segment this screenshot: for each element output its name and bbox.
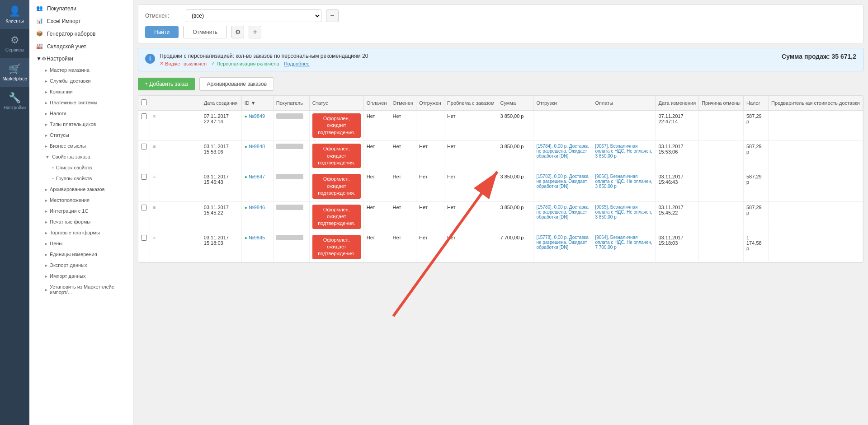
row-checkbox-4[interactable] (141, 235, 147, 241)
row-shipments-1: [15784], 0,00 р. Доставка не разрешена. … (533, 141, 592, 171)
status-badge-4: Оформлен, ожидает подтверждения. (312, 235, 361, 259)
order-link-3[interactable]: №9846 (249, 205, 265, 210)
status-dot-1: ● (245, 144, 247, 149)
row-shipped-4: Нет (416, 232, 444, 262)
nav-item-prices[interactable]: ▸ Цены (29, 238, 133, 249)
find-button[interactable]: Найти (145, 26, 179, 38)
nav-label-statuses: Статусы (50, 132, 69, 138)
nav-item-units[interactable]: ▸ Единицы измерения (29, 249, 133, 260)
row-checkbox-2[interactable] (141, 174, 147, 180)
nav-item-business[interactable]: ▸ Бизнес смыслы (29, 140, 133, 151)
row-checkbox-0[interactable] (141, 113, 147, 119)
row-status-0: Оформлен, ожидает подтверждения. (309, 110, 363, 141)
nav-section-settings[interactable]: ▼ ⚙ Настройки (29, 53, 133, 65)
select-all-checkbox[interactable] (141, 99, 147, 105)
row-sum-2: 3 850,00 р (497, 171, 533, 201)
nav-item-buyers[interactable]: 👥 Покупатели (29, 2, 133, 15)
table-body: ≡ 07.11.2017 22:47:14 ● №9849 Оформлен, … (138, 110, 863, 262)
table-row: ≡ 03.11.2017 15:46:43 ● №9847 Оформлен, … (138, 171, 863, 201)
nav-item-import[interactable]: ▸ Импорт данных (29, 271, 133, 281)
nav-item-props-list[interactable]: • Список свойств (29, 162, 133, 173)
row-shipped-1: Нет (416, 141, 444, 171)
sidebar-item-clients[interactable]: 👤 Клиенты (0, 0, 29, 29)
nav-item-companies[interactable]: ▸ Компании (29, 86, 133, 97)
col-header-shipped: Отгружен (416, 96, 444, 110)
promo-sum-label: Сумма продаж: (782, 53, 830, 60)
sidebar-label-clients: Клиенты (5, 19, 24, 23)
nav-item-statuses[interactable]: ▸ Статусы (29, 130, 133, 140)
promo-more-link[interactable]: Подробнее (284, 61, 310, 66)
row-sum-0: 3 850,00 р (497, 110, 533, 141)
nav-item-trade-platforms[interactable]: ▸ Торговые платформы (29, 227, 133, 238)
col-header-buyer: Покупатель (273, 96, 309, 110)
nav-item-shop-wizard[interactable]: ▸ Мастер магазина (29, 65, 133, 75)
nav-label-order-props: Свойства заказа (52, 154, 90, 159)
nav-item-payer-types[interactable]: ▸ Типы плательщиков (29, 119, 133, 130)
row-drag-4: ≡ (150, 232, 201, 262)
order-link-4[interactable]: №9845 (249, 235, 265, 240)
filter-row-cancelled: Отменен: (все) − (145, 9, 856, 22)
row-buyer-3 (273, 201, 309, 232)
nav-item-props-groups[interactable]: • Группы свойств (29, 173, 133, 184)
nav-item-payments[interactable]: ▸ Платежные системы (29, 97, 133, 108)
nav-item-warehouse[interactable]: 🏭 Складской учет (29, 40, 133, 53)
add-filter-button[interactable]: + (249, 26, 261, 38)
print-arrow: ▸ (45, 220, 47, 224)
add-order-button[interactable]: + Добавить заказ (138, 78, 195, 90)
row-change-date-1: 03.11.2017 15:53:06 (656, 141, 699, 171)
sidebar-label-marketplace: Marketplace (2, 76, 27, 81)
nav-item-print-forms[interactable]: ▸ Печатные формы (29, 216, 133, 227)
nav-item-archive[interactable]: ▸ Архивирование заказов (29, 184, 133, 195)
nav-label-shop-wizard: Мастер магазина (50, 67, 90, 73)
status-dot-2: ● (245, 174, 247, 179)
promo-sub: ✕ Виджет выключен ✓ Персонализация включ… (160, 61, 368, 66)
sidebar-item-services[interactable]: ⚙ Сервисы (0, 29, 29, 58)
nav-item-export[interactable]: ▸ Экспорт данных (29, 260, 133, 271)
cancel-filter-button[interactable]: Отменить (183, 26, 227, 38)
nav-item-locations[interactable]: ▸ Местоположения (29, 195, 133, 205)
nav-item-order-props[interactable]: ▼ Свойства заказа (29, 151, 133, 162)
drag-handle-3[interactable]: ≡ (153, 205, 156, 210)
nav-label-business: Бизнес смыслы (50, 143, 86, 149)
nav-item-generator[interactable]: 📦 Генератор наборов (29, 28, 133, 40)
row-status-1: Оформлен, ожидает подтверждения. (309, 141, 363, 171)
row-checkbox-3[interactable] (141, 205, 147, 210)
nav-label-payer-types: Типы плательщиков (50, 121, 96, 127)
drag-handle-2[interactable]: ≡ (153, 174, 156, 179)
drag-handle-0[interactable]: ≡ (153, 113, 156, 119)
nav-item-marketplace-import[interactable]: ▸ Установить из Маркетплейс импорт/... (29, 281, 133, 298)
status-badge-3: Оформлен, ожидает подтверждения. (312, 205, 361, 229)
mp-import-arrow: ▸ (45, 287, 47, 292)
archive-orders-button[interactable]: Архивирование заказов (199, 77, 274, 91)
col-header-id[interactable]: ID ▼ (241, 96, 273, 110)
filter-label-cancelled: Отменен: (145, 13, 181, 19)
nav-item-taxes[interactable]: ▸ Налоги (29, 108, 133, 119)
row-date-2: 03.11.2017 15:46:43 (201, 171, 241, 201)
order-link-2[interactable]: №9847 (249, 174, 265, 179)
filter-select-cancelled[interactable]: (все) (186, 9, 321, 22)
nav-item-delivery[interactable]: ▸ Службы доставки (29, 75, 133, 86)
nav-label-locations: Местоположения (50, 197, 90, 203)
status-badge-1: Оформлен, ожидает подтверждения. (312, 144, 361, 168)
payer-arrow: ▸ (45, 122, 47, 127)
status-dot-4: ● (245, 235, 247, 240)
order-link-1[interactable]: №9848 (249, 144, 265, 149)
sidebar-item-marketplace[interactable]: 🛒 Marketplace (0, 58, 29, 87)
nav-item-excel[interactable]: 📊 Excel Импорт (29, 15, 133, 28)
filter-actions: Найти Отменить ⚙ + (145, 26, 856, 38)
row-status-2: Оформлен, ожидает подтверждения. (309, 171, 363, 201)
row-change-date-0: 07.11.2017 22:47:14 (656, 110, 699, 141)
gear-button[interactable]: ⚙ (231, 26, 244, 38)
drag-handle-1[interactable]: ≡ (153, 144, 156, 149)
filter-minus-btn[interactable]: − (326, 9, 339, 22)
row-checkbox-1[interactable] (141, 144, 147, 149)
promo-sum-value: 35 671,2 (832, 53, 857, 60)
nav-item-1c[interactable]: ▸ Интеграция с 1С (29, 205, 133, 216)
nav-label-payments: Платежные системы (50, 100, 97, 105)
sidebar-item-settings[interactable]: 🔧 Настройки (0, 87, 29, 116)
drag-handle-4[interactable]: ≡ (153, 235, 156, 240)
nav-label-archive: Архивирование заказов (50, 187, 105, 192)
nav-label-generator: Генератор наборов (47, 31, 95, 37)
row-id-0: ● №9849 (241, 110, 273, 141)
order-link-0[interactable]: №9849 (249, 113, 265, 119)
